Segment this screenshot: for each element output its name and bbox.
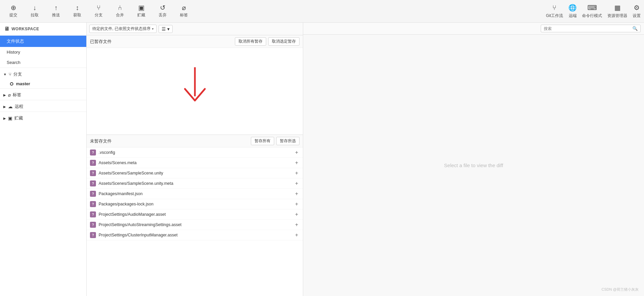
sidebar-nav: 文件状态HistorySearch: [0, 36, 86, 68]
section-label-stashes: 贮藏: [14, 115, 23, 121]
file-type-icon: ?: [90, 149, 96, 155]
tag-icon: ⌀: [182, 4, 186, 11]
file-stage-btn[interactable]: +: [294, 212, 300, 217]
toolbar-label-discard: 丢弃: [159, 12, 167, 18]
section-label-branches: 分支: [13, 71, 22, 77]
stashes-icon: ▣: [8, 116, 12, 121]
options-caret: ▾: [167, 26, 170, 32]
toolbar-item-tag[interactable]: ⌀标签: [174, 3, 194, 19]
file-stage-btn[interactable]: +: [294, 191, 300, 196]
file-name: Assets/Scenes/SampleScene.unity: [99, 171, 163, 175]
file-list-item[interactable]: ? Assets/Scenes/SampleScene.unity +: [87, 168, 303, 178]
toolbar-right-label-settings: 设置: [633, 13, 641, 19]
file-stage-btn[interactable]: +: [294, 232, 300, 238]
file-item-left: ? ProjectSettings/AutoStreamingSettings.…: [90, 222, 182, 228]
toolbar-item-push[interactable]: ↑推送: [46, 3, 66, 19]
search-input[interactable]: [544, 26, 632, 31]
diff-header: 🔍: [303, 23, 644, 35]
push-icon: ↑: [54, 4, 58, 11]
file-stage-btn[interactable]: +: [294, 222, 300, 227]
diff-placeholder-text: Select a file to view the diff: [444, 162, 503, 168]
file-item-left: ? Assets/Scenes.meta: [90, 160, 137, 166]
sidebar-section-header-tags[interactable]: ▶⌀标签: [0, 89, 86, 100]
toolbar-right-item-explorer[interactable]: ▦资源管理器: [607, 4, 627, 19]
unstage-selected-button[interactable]: 取消选定暂存: [268, 37, 300, 46]
sidebar-nav-search[interactable]: Search: [0, 57, 86, 68]
file-stage-btn[interactable]: +: [294, 201, 300, 207]
toolbar-right-item-settings[interactable]: ⚙设置: [633, 4, 641, 19]
file-list-item[interactable]: ? ProjectSettings/ClusterInputManager.as…: [87, 230, 303, 240]
file-name: ProjectSettings/AudioManager.asset: [99, 212, 166, 217]
file-name: Assets/Scenes.meta: [99, 160, 137, 165]
file-type-icon: ?: [90, 160, 96, 166]
file-stage-btn[interactable]: +: [294, 160, 300, 165]
file-stage-btn[interactable]: +: [294, 150, 300, 155]
file-name: Assets/Scenes/SampleScene.unity.meta: [99, 181, 173, 186]
toolbar-right-items: ⑂Git工作流🌐远端⌨命令行模式▦资源管理器⚙设置: [546, 4, 641, 19]
stash-icon: ▣: [138, 4, 145, 11]
branch-icon: ⑂: [97, 4, 101, 11]
remotes-icon: ☁: [8, 104, 13, 109]
section-label-remotes: 远程: [15, 104, 23, 110]
file-stage-btn[interactable]: +: [294, 170, 300, 176]
toolbar-right-item-terminal[interactable]: ⌨命令行模式: [582, 4, 602, 19]
toolbar-label-push: 推送: [52, 12, 60, 18]
toolbar-label-branch: 分支: [95, 12, 103, 18]
stage-all-button[interactable]: 暂存所有: [251, 137, 274, 145]
file-list-item[interactable]: ? Packages/manifest.json +: [87, 189, 303, 199]
toolbar-right-label-git-flow: Git工作流: [546, 13, 563, 19]
list-view-btn[interactable]: ☰ ▾: [159, 25, 173, 33]
file-item-left: ? Packages/packages-lock.json: [90, 201, 154, 207]
toolbar-item-merge[interactable]: ⑃合并: [110, 3, 130, 19]
toolbar-right-label-terminal: 命令行模式: [582, 13, 602, 19]
toolbar-right-item-remote[interactable]: 🌐远端: [568, 4, 577, 19]
toolbar-label-merge: 合并: [116, 12, 124, 18]
sidebar-section-header-branches[interactable]: ▼⑂分支: [0, 68, 86, 79]
file-stage-btn[interactable]: +: [294, 181, 300, 186]
toolbar-item-branch[interactable]: ⑂分支: [89, 3, 109, 19]
stage-selected-button[interactable]: 暂存所选: [276, 137, 300, 145]
remote-icon: 🌐: [568, 4, 577, 12]
file-name: Packages/manifest.json: [99, 191, 143, 196]
unstaged-title: 未暂存文件: [90, 138, 112, 144]
file-type-icon: ?: [90, 232, 96, 238]
toolbar-item-discard[interactable]: ↺丢弃: [153, 3, 173, 19]
workspace-label: WORKSPACE: [12, 27, 39, 31]
branch-item-master[interactable]: master: [0, 79, 86, 88]
caret-branches: ▼: [3, 73, 7, 76]
sidebar-section-header-remotes[interactable]: ▶☁远程: [0, 100, 86, 112]
explorer-icon: ▦: [614, 4, 621, 12]
toolbar-item-pull[interactable]: ↓拉取: [25, 3, 45, 19]
file-name: .vsconfig: [99, 150, 115, 155]
caret-stashes: ▶: [3, 117, 6, 120]
unstaged-section: 未暂存文件 暂存所有 暂存所选 ? .vsconfig + ? Assets/S…: [87, 135, 303, 296]
sidebar-nav-file-status[interactable]: 文件状态: [0, 36, 86, 47]
file-list-item[interactable]: ? Assets/Scenes.meta +: [87, 158, 303, 168]
list-icon: ☰: [162, 26, 166, 32]
toolbar-label-commit: 提交: [9, 12, 17, 18]
main-layout: 🖥 WORKSPACE 文件状态HistorySearch ▼⑂分支master…: [0, 23, 644, 296]
toolbar-label-pull: 拉取: [31, 12, 39, 18]
staged-header: 已暂存文件 取消所有暂存 取消选定暂存: [87, 35, 303, 48]
file-list-item[interactable]: ? .vsconfig +: [87, 148, 303, 158]
sidebar-nav-history[interactable]: History: [0, 47, 86, 57]
file-list-item[interactable]: ? Packages/packages-lock.json +: [87, 199, 303, 209]
toolbar-item-fetch[interactable]: ↕获取: [67, 3, 87, 19]
file-list-item[interactable]: ? ProjectSettings/AutoStreamingSettings.…: [87, 220, 303, 230]
sidebar-section-remotes: ▶☁远程: [0, 100, 86, 112]
toolbar-item-stash[interactable]: ▣贮藏: [131, 3, 151, 19]
toolbar-item-commit[interactable]: ⊕提交: [3, 3, 23, 19]
filter-select[interactable]: 待定的文件, 已依照文件状态排序 ▾: [89, 25, 157, 33]
fetch-icon: ↕: [76, 4, 79, 11]
search-box[interactable]: 🔍: [541, 25, 641, 32]
unstage-all-button[interactable]: 取消所有暂存: [235, 37, 266, 46]
filter-caret: ▾: [152, 27, 154, 31]
file-list-item[interactable]: ? Assets/Scenes/SampleScene.unity.meta +: [87, 178, 303, 189]
file-type-icon: ?: [90, 211, 96, 217]
toolbar-right-item-git-flow[interactable]: ⑂Git工作流: [546, 4, 563, 19]
caret-remotes: ▶: [3, 105, 6, 109]
sidebar-section-header-stashes[interactable]: ▶▣贮藏: [0, 112, 86, 123]
file-type-icon: ?: [90, 191, 96, 197]
toolbar-items: ⊕提交↓拉取↑推送↕获取⑂分支⑃合并▣贮藏↺丢弃⌀标签: [3, 3, 194, 19]
file-list-item[interactable]: ? ProjectSettings/AudioManager.asset +: [87, 209, 303, 220]
